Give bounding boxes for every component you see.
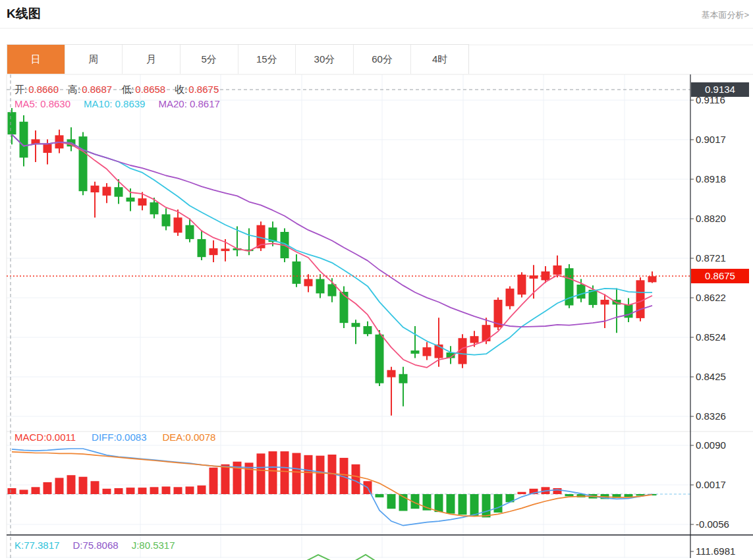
svg-text:0.8524: 0.8524 [696, 331, 726, 343]
period-tabs: 日周月5分15分30分60分4时 [7, 44, 469, 74]
svg-text:111.6981: 111.6981 [696, 546, 735, 557]
kline-chart-canvas[interactable]: 开:0.8660高:0.8687低:0.8658收:0.8675MA5: 0.8… [0, 0, 753, 560]
period-tab-5[interactable]: 30分 [296, 45, 354, 74]
svg-text:0.8721: 0.8721 [696, 252, 726, 264]
svg-text:0.9134: 0.9134 [705, 84, 735, 95]
period-tab-2[interactable]: 月 [123, 45, 181, 74]
svg-text:0.8918: 0.8918 [696, 173, 726, 184]
ma-readout: MA5: 0.8630MA10: 0.8639MA20: 0.8617 [14, 98, 220, 109]
macd-axis-labels: 0.00900.0017-0.0056 [690, 439, 729, 530]
gridlines [7, 74, 690, 558]
svg-text:0.8820: 0.8820 [696, 213, 726, 224]
kline-page: K线图 基本面分析> 日周月5分15分30分60分4时 开:0.8660高:0.… [0, 0, 753, 560]
svg-text:0.8622: 0.8622 [696, 292, 726, 303]
ma5-line [12, 134, 652, 368]
macd-histogram [8, 451, 657, 517]
main-axis-labels: 0.91160.90170.89180.88200.87210.86220.85… [690, 94, 726, 422]
ma10-line [12, 134, 652, 354]
crosshair-price-tag: 0.9134 [691, 82, 749, 97]
last-price-tag: 0.8675 [691, 269, 749, 283]
period-tab-7[interactable]: 4时 [411, 45, 468, 74]
kdj-axis-labels: 111.6981 [690, 546, 735, 557]
svg-text:0.0090: 0.0090 [696, 439, 726, 451]
period-tab-0[interactable]: 日 [7, 45, 65, 74]
svg-text:0.9017: 0.9017 [696, 134, 726, 145]
candles [8, 108, 657, 416]
period-tab-4[interactable]: 15分 [238, 45, 296, 74]
svg-text:0.8425: 0.8425 [696, 371, 726, 382]
period-tab-6[interactable]: 60分 [354, 45, 412, 74]
macd-readout: MACD:0.0011DIFF:0.0083DEA:0.0078 [14, 432, 215, 443]
period-tab-3[interactable]: 5分 [181, 45, 238, 74]
kdj-readout: K:77.3817D:75.8068J:80.5317 [14, 540, 175, 551]
svg-text:0.8675: 0.8675 [705, 270, 735, 281]
period-tab-1[interactable]: 周 [65, 45, 123, 74]
svg-text:-0.0056: -0.0056 [696, 518, 729, 530]
svg-text:0.0017: 0.0017 [696, 479, 726, 490]
svg-text:0.8326: 0.8326 [696, 410, 726, 422]
